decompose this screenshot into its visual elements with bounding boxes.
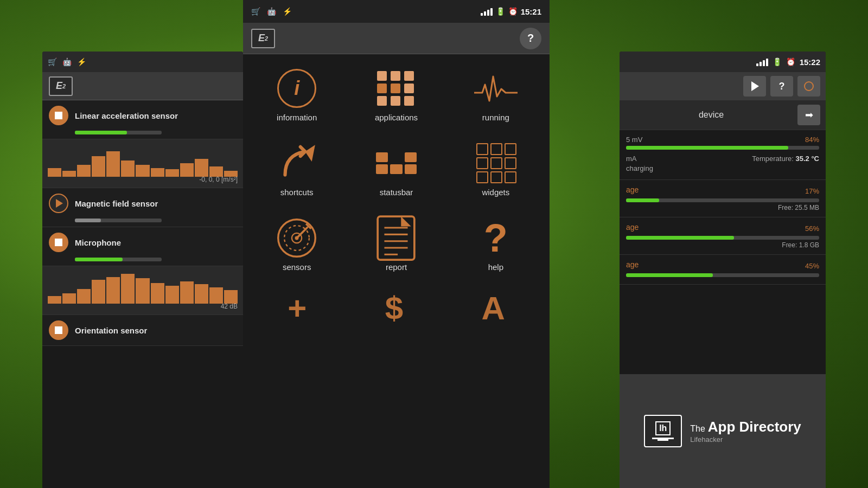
lh-logo: lh [644, 415, 682, 447]
sensor-name-magnetic: Magnetic field sensor [75, 199, 158, 208]
sensor-name-acceleration: Linear acceleration sensor [75, 111, 178, 120]
sensor-name-microphone: Microphone [75, 238, 121, 247]
menu-label-statusbar: statusbar [380, 188, 413, 197]
app-directory-inner: lh The App Directory Lifehacker [644, 415, 801, 447]
device-row: device ➡ [620, 100, 826, 130]
alarm-icon: ⏰ [508, 7, 518, 16]
status-bar-left: 🛒 🤖 ⚡ [42, 52, 243, 72]
app-header-left: E2 [42, 72, 243, 100]
left-panel: 🛒 🤖 ⚡ E2 Linear acceleration sensor [42, 52, 243, 488]
storage1-free: Free: 25.5 MB [626, 204, 819, 211]
play-btn-right[interactable] [743, 76, 766, 97]
statusbar-icon [374, 144, 418, 182]
chart-label-microphone: 42 dB [221, 303, 238, 310]
sensor-item-orientation: Orientation sensor [42, 315, 243, 346]
status-bar-right: 🔋 ⏰ 15:22 [620, 52, 826, 72]
sensor-item-microphone: Microphone [42, 227, 243, 266]
time-center: 15:21 [521, 7, 541, 16]
menu-label-sensors: sensors [283, 262, 311, 272]
apps-icon [374, 69, 418, 107]
plus-icon: + [288, 290, 307, 327]
cart-icon-center: 🛒 [251, 7, 260, 16]
storage2-label: age [626, 223, 639, 232]
chart-label-acceleration: -0, 0, 0 [m/s²] [199, 176, 238, 183]
charging-label: charging [626, 164, 653, 172]
battery-mv: 5 mV [626, 136, 642, 144]
menu-item-sensors[interactable]: sensors [248, 209, 345, 281]
the-text: The [690, 424, 705, 434]
menu-label-report: report [386, 262, 407, 272]
app-directory-title: App Directory [708, 419, 801, 435]
battery-percent: 84% [805, 136, 819, 144]
storage1-section: age 17% Free: 25.5 MB [620, 180, 826, 217]
running-icon [474, 69, 518, 107]
menu-item-information[interactable]: i information [248, 60, 345, 132]
temperature-right: Temperature: 35.2 °C [752, 155, 819, 163]
stop-btn-acceleration[interactable] [49, 106, 68, 125]
menu-item-applications[interactable]: applications [348, 60, 444, 132]
usb-icon-center: ⚡ [283, 7, 292, 16]
widgets-icon [474, 144, 518, 182]
app-header-center: E2 ? [243, 23, 550, 54]
menu-label-shortcuts: shortcuts [280, 188, 314, 197]
stop-icon-orient [55, 326, 62, 334]
app-directory-overlay: lh The App Directory Lifehacker [620, 374, 826, 488]
bottom-icons: + $ A [243, 287, 550, 330]
sensor-item-magnetic: Magnetic field sensor [42, 188, 243, 227]
play-icon [56, 199, 63, 208]
storage3-percent: 45% [805, 262, 819, 270]
info-icon: i [275, 69, 318, 107]
cart-icon: 🛒 [48, 57, 57, 66]
alarm-icon-right: ⏰ [786, 57, 795, 66]
lifehacker-label: Lifehacker [690, 435, 801, 444]
e2-logo-center: E2 [251, 29, 275, 48]
menu-item-shortcuts[interactable]: shortcuts [248, 134, 345, 207]
signal-bars-right [756, 57, 768, 66]
stop-icon [55, 112, 62, 119]
stop-icon-mic [55, 239, 62, 246]
help-btn-right[interactable]: ? [770, 76, 793, 97]
monitor-base [658, 439, 668, 441]
menu-item-statusbar[interactable]: statusbar [348, 134, 444, 207]
device-label: device [625, 110, 797, 120]
help-icon: ? [474, 219, 518, 257]
svg-marker-0 [305, 145, 315, 162]
storage3-label: age [626, 260, 639, 269]
dollar-icon: $ [385, 290, 403, 327]
sensor-chart-acceleration: -0, 0, 0 [m/s²] [42, 139, 243, 188]
menu-label-running: running [482, 113, 509, 122]
play-btn-magnetic[interactable] [49, 194, 68, 213]
battery-icon-center: 🔋 [496, 7, 505, 16]
report-icon [374, 219, 418, 257]
signal-bars [481, 7, 493, 16]
help-button-center[interactable]: ? [520, 28, 541, 49]
app-header-right: ? [620, 72, 826, 100]
center-panel: 🛒 🤖 ⚡ 🔋 ⏰ 15:21 E2 ? i information [243, 0, 550, 488]
device-arrow-btn[interactable]: ➡ [797, 105, 820, 125]
menu-label-widgets: widgets [482, 188, 509, 197]
record-btn-right[interactable] [797, 76, 820, 97]
storage2-section: age 56% Free: 1.8 GB [620, 217, 826, 255]
stop-btn-microphone[interactable] [49, 233, 68, 252]
menu-label-information: information [277, 113, 317, 122]
menu-item-help[interactable]: ? help [448, 209, 544, 281]
play-icon-right [751, 81, 759, 91]
android-icon-center: 🤖 [267, 7, 276, 16]
storage1-percent: 17% [805, 187, 819, 195]
sensor-chart-microphone: 42 dB [42, 266, 243, 315]
battery-section: 5 mV 84% mA Temperature: 35.2 °C chargin… [620, 130, 826, 180]
shortcuts-icon [275, 144, 318, 182]
android-icon: 🤖 [62, 57, 72, 66]
menu-item-widgets[interactable]: widgets [448, 134, 544, 207]
storage1-label: age [626, 185, 639, 194]
menu-label-applications: applications [375, 113, 418, 122]
record-icon [804, 81, 814, 91]
lh-text: lh [655, 421, 671, 435]
sensor-name-orientation: Orientation sensor [75, 326, 147, 335]
stop-btn-orientation[interactable] [49, 320, 68, 340]
e2-logo: E2 [49, 76, 73, 96]
menu-item-report[interactable]: report [348, 209, 444, 281]
battery-icon-right: 🔋 [773, 57, 782, 66]
status-bar-center: 🛒 🤖 ⚡ 🔋 ⏰ 15:21 [243, 0, 550, 23]
menu-item-running[interactable]: running [448, 60, 544, 132]
